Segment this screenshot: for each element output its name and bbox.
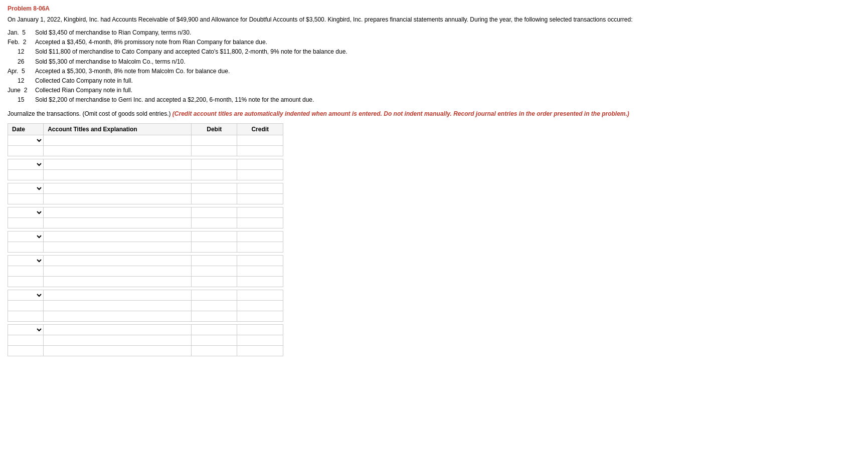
- intro-text: On January 1, 2022, Kingbird, Inc. had A…: [8, 15, 860, 24]
- date-empty-6-2: [8, 311, 43, 321]
- credit-input-5-2[interactable]: [237, 277, 283, 287]
- debit-input-6-0[interactable]: [192, 290, 237, 300]
- debit-input-0-0[interactable]: [192, 135, 237, 145]
- debit-input-3-0[interactable]: [192, 207, 237, 217]
- account-input-3-0[interactable]: [44, 207, 191, 217]
- date-select-2[interactable]: Jan. 5Feb. 2Feb. 12Feb. 26Apr. 5Apr. 12J…: [8, 183, 43, 193]
- date-empty-7-1: [8, 335, 43, 345]
- credit-input-3-1[interactable]: [237, 218, 283, 228]
- credit-input-2-1[interactable]: [237, 194, 283, 204]
- credit-input-1-1[interactable]: [237, 170, 283, 180]
- table-row: [8, 217, 283, 228]
- debit-input-4-1[interactable]: [192, 242, 237, 252]
- credit-input-0-0[interactable]: [237, 135, 283, 145]
- col-header-date: Date: [8, 123, 44, 135]
- account-input-2-1[interactable]: [44, 194, 191, 204]
- debit-input-5-0[interactable]: [192, 256, 237, 266]
- account-input-7-0[interactable]: [44, 325, 191, 335]
- table-row: [8, 193, 283, 204]
- date-empty-7-2: [8, 346, 43, 356]
- credit-input-4-1[interactable]: [237, 242, 283, 252]
- credit-input-0-1[interactable]: [237, 146, 283, 156]
- table-row: [8, 145, 283, 156]
- table-row: Jan. 5Feb. 2Feb. 12Feb. 26Apr. 5Apr. 12J…: [8, 255, 283, 266]
- credit-input-7-2[interactable]: [237, 346, 283, 356]
- date-empty-6-1: [8, 301, 43, 311]
- date-select-4[interactable]: Jan. 5Feb. 2Feb. 12Feb. 26Apr. 5Apr. 12J…: [8, 232, 43, 242]
- account-input-4-1[interactable]: [44, 242, 191, 252]
- credit-input-5-1[interactable]: [237, 266, 283, 276]
- table-row: Jan. 5Feb. 2Feb. 12Feb. 26Apr. 5Apr. 12J…: [8, 207, 283, 217]
- table-row: [8, 335, 283, 345]
- table-row: Jan. 5Feb. 2Feb. 12Feb. 26Apr. 5Apr. 12J…: [8, 324, 283, 335]
- debit-input-4-0[interactable]: [192, 232, 237, 242]
- debit-input-1-1[interactable]: [192, 170, 237, 180]
- col-header-account: Account Titles and Explanation: [44, 123, 192, 135]
- account-input-1-1[interactable]: [44, 170, 191, 180]
- credit-input-7-0[interactable]: [237, 325, 283, 335]
- date-select-3[interactable]: Jan. 5Feb. 2Feb. 12Feb. 26Apr. 5Apr. 12J…: [8, 207, 43, 217]
- date-empty-4-1: [8, 242, 43, 252]
- account-input-0-1[interactable]: [44, 146, 191, 156]
- credit-input-3-0[interactable]: [237, 207, 283, 217]
- credit-input-2-0[interactable]: [237, 183, 283, 193]
- credit-input-1-0[interactable]: [237, 159, 283, 169]
- credit-input-5-0[interactable]: [237, 256, 283, 266]
- debit-input-1-0[interactable]: [192, 159, 237, 169]
- table-row: [8, 276, 283, 287]
- debit-input-7-2[interactable]: [192, 346, 237, 356]
- date-empty-0-1: [8, 146, 43, 156]
- debit-input-5-1[interactable]: [192, 266, 237, 276]
- account-input-7-2[interactable]: [44, 346, 191, 356]
- credit-input-6-2[interactable]: [237, 311, 283, 321]
- date-select-6[interactable]: Jan. 5Feb. 2Feb. 12Feb. 26Apr. 5Apr. 12J…: [8, 290, 43, 300]
- table-row: Jan. 5Feb. 2Feb. 12Feb. 26Apr. 5Apr. 12J…: [8, 159, 283, 169]
- account-input-5-2[interactable]: [44, 277, 191, 287]
- table-row: [8, 169, 283, 180]
- account-input-6-2[interactable]: [44, 311, 191, 321]
- debit-input-6-1[interactable]: [192, 301, 237, 311]
- account-input-2-0[interactable]: [44, 183, 191, 193]
- table-row: Jan. 5Feb. 2Feb. 12Feb. 26Apr. 5Apr. 12J…: [8, 135, 283, 145]
- col-header-credit: Credit: [237, 123, 283, 135]
- account-input-6-1[interactable]: [44, 301, 191, 311]
- account-input-5-1[interactable]: [44, 266, 191, 276]
- date-empty-5-1: [8, 266, 43, 276]
- account-input-5-0[interactable]: [44, 256, 191, 266]
- debit-input-2-1[interactable]: [192, 194, 237, 204]
- journal-table: Date Account Titles and Explanation Debi…: [8, 123, 283, 356]
- debit-input-7-1[interactable]: [192, 335, 237, 345]
- account-input-3-1[interactable]: [44, 218, 191, 228]
- credit-input-7-1[interactable]: [237, 335, 283, 345]
- date-select-1[interactable]: Jan. 5Feb. 2Feb. 12Feb. 26Apr. 5Apr. 12J…: [8, 159, 43, 169]
- debit-input-0-1[interactable]: [192, 146, 237, 156]
- account-input-4-0[interactable]: [44, 232, 191, 242]
- table-row: [8, 345, 283, 356]
- date-empty-3-1: [8, 218, 43, 228]
- date-empty-1-1: [8, 170, 43, 180]
- credit-input-6-1[interactable]: [237, 301, 283, 311]
- date-empty-5-2: [8, 277, 43, 287]
- credit-input-4-0[interactable]: [237, 232, 283, 242]
- date-select-5[interactable]: Jan. 5Feb. 2Feb. 12Feb. 26Apr. 5Apr. 12J…: [8, 256, 43, 266]
- account-input-1-0[interactable]: [44, 159, 191, 169]
- account-input-7-1[interactable]: [44, 335, 191, 345]
- table-row: [8, 311, 283, 321]
- account-input-0-0[interactable]: [44, 135, 191, 145]
- instructions: Journalize the transactions. (Omit cost …: [8, 109, 860, 118]
- debit-input-2-0[interactable]: [192, 183, 237, 193]
- debit-input-7-0[interactable]: [192, 325, 237, 335]
- credit-input-6-0[interactable]: [237, 290, 283, 300]
- debit-input-3-1[interactable]: [192, 218, 237, 228]
- date-empty-2-1: [8, 194, 43, 204]
- debit-input-5-2[interactable]: [192, 277, 237, 287]
- date-select-7[interactable]: Jan. 5Feb. 2Feb. 12Feb. 26Apr. 5Apr. 12J…: [8, 325, 43, 335]
- date-select-0[interactable]: Jan. 5Feb. 2Feb. 12Feb. 26Apr. 5Apr. 12J…: [8, 135, 43, 145]
- account-input-6-0[interactable]: [44, 290, 191, 300]
- problem-title: Problem 8-06A: [8, 5, 860, 12]
- table-row: Jan. 5Feb. 2Feb. 12Feb. 26Apr. 5Apr. 12J…: [8, 231, 283, 242]
- debit-input-6-2[interactable]: [192, 311, 237, 321]
- table-row: Jan. 5Feb. 2Feb. 12Feb. 26Apr. 5Apr. 12J…: [8, 290, 283, 300]
- table-row: [8, 242, 283, 252]
- table-row: [8, 300, 283, 311]
